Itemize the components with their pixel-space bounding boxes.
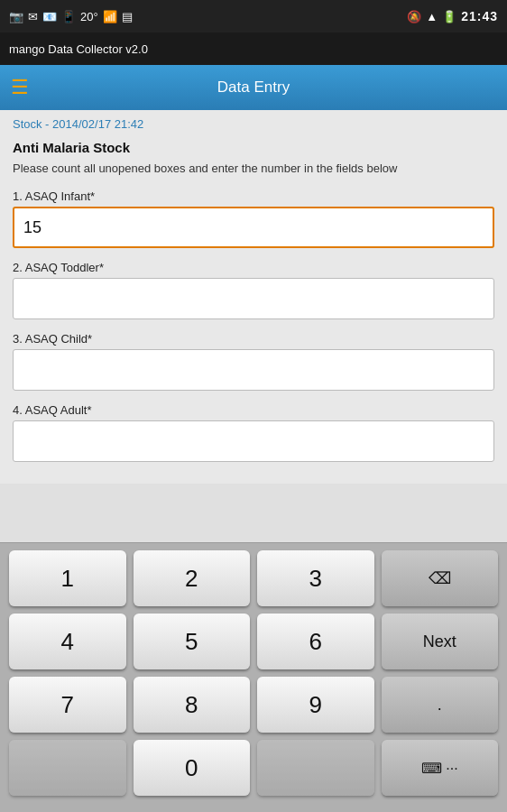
field-label-2: 2. ASAQ Toddler* xyxy=(13,261,494,274)
battery-icon: 🔋 xyxy=(442,10,456,23)
wifi-strength-icon: ▲ xyxy=(426,10,438,23)
volume-icon: 🔕 xyxy=(407,10,421,23)
key-0[interactable]: 0 xyxy=(134,740,251,796)
app-header: ☰ Data Entry xyxy=(0,65,507,110)
email-icon: 📧 xyxy=(42,10,57,23)
field-label-3: 3. ASAQ Child* xyxy=(13,332,494,346)
key-empty-left xyxy=(9,740,126,796)
key-row-4: 0 ⌨ ··· xyxy=(9,740,498,796)
status-right-icons: 🔕 ▲ 🔋 21:43 xyxy=(407,9,498,23)
key-3[interactable]: 3 xyxy=(257,550,374,606)
key-4[interactable]: 4 xyxy=(9,614,126,669)
key-row-3: 7 8 9 . xyxy=(9,677,498,733)
header-title: Data Entry xyxy=(217,78,290,97)
field-group-4: 4. ASAQ Adult* xyxy=(13,403,494,462)
content-area: Stock - 2014/02/17 21:42 Anti Malaria St… xyxy=(0,110,507,484)
key-7[interactable]: 7 xyxy=(9,677,126,733)
section-title: Anti Malaria Stock xyxy=(13,140,494,155)
field-input-1[interactable] xyxy=(13,207,494,248)
key-8[interactable]: 8 xyxy=(134,677,251,733)
wifi-icon: ▤ xyxy=(122,10,133,23)
status-time: 21:43 xyxy=(461,9,498,23)
breadcrumb: Stock - 2014/02/17 21:42 xyxy=(13,117,494,131)
key-row-2: 4 5 6 Next xyxy=(9,614,498,669)
signal-icon: 📶 xyxy=(103,10,117,23)
camera-icon: 📷 xyxy=(9,10,23,23)
key-5[interactable]: 5 xyxy=(134,614,251,669)
status-left-icons: 📷 ✉ 📧 📱 20° 📶 ▤ xyxy=(9,10,133,23)
key-2[interactable]: 2 xyxy=(134,550,251,606)
field-group-1: 1. ASAQ Infant* xyxy=(13,189,494,248)
field-group-3: 3. ASAQ Child* xyxy=(13,332,494,391)
status-bar: 📷 ✉ 📧 📱 20° 📶 ▤ 🔕 ▲ 🔋 21:43 xyxy=(0,0,507,32)
menu-icon[interactable]: ☰ xyxy=(11,76,29,99)
next-button[interactable]: Next xyxy=(382,614,499,669)
field-label-4: 4. ASAQ Adult* xyxy=(13,403,494,417)
title-bar: mango Data Collector v2.0 xyxy=(0,32,507,65)
field-input-4[interactable] xyxy=(13,420,494,462)
key-9[interactable]: 9 xyxy=(257,677,374,733)
form-instruction: Please count all unopened boxes and ente… xyxy=(13,161,494,177)
key-6[interactable]: 6 xyxy=(257,614,374,669)
temperature-icon: 20° xyxy=(80,10,98,23)
field-input-2[interactable] xyxy=(13,278,494,319)
backspace-key[interactable]: ⌫ xyxy=(382,550,499,606)
phone-icon: 📱 xyxy=(61,10,76,23)
key-row-1: 1 2 3 ⌫ xyxy=(9,550,498,606)
field-label-1: 1. ASAQ Infant* xyxy=(13,189,494,203)
key-1[interactable]: 1 xyxy=(9,550,126,606)
numeric-keyboard: 1 2 3 ⌫ 4 5 6 Next 7 8 9 . 0 ⌨ ··· xyxy=(0,542,507,812)
keyboard-toggle-key[interactable]: ⌨ ··· xyxy=(382,740,499,796)
decimal-key[interactable]: . xyxy=(382,677,499,733)
field-group-2: 2. ASAQ Toddler* xyxy=(13,261,494,319)
message-icon: ✉ xyxy=(28,10,38,23)
field-input-3[interactable] xyxy=(13,349,494,391)
key-empty-right xyxy=(257,740,374,796)
app-name: mango Data Collector v2.0 xyxy=(9,42,148,56)
